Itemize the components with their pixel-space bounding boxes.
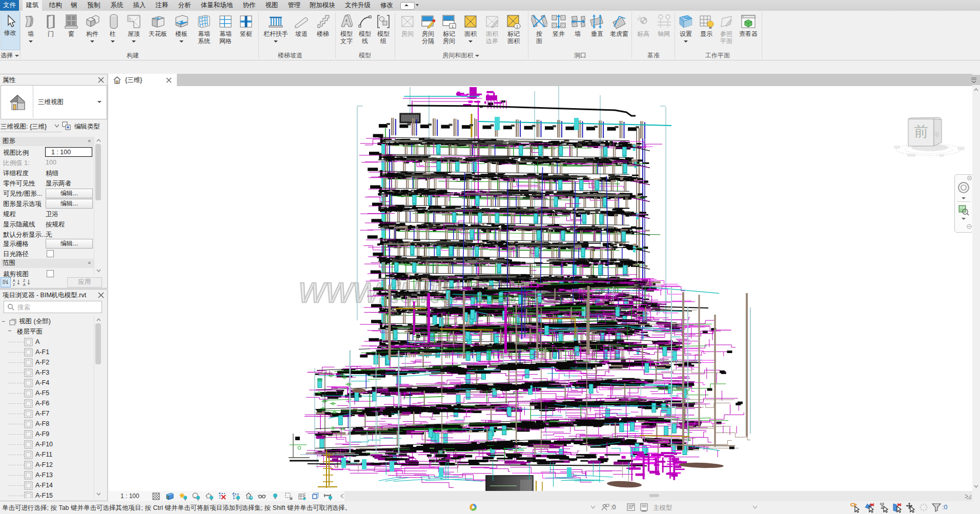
svg-text:Z: Z bbox=[13, 283, 15, 286]
svg-text:前: 前 bbox=[914, 124, 928, 139]
svg-text:A: A bbox=[13, 279, 15, 282]
svg-text:1: 1 bbox=[452, 24, 454, 29]
svg-text:Z: Z bbox=[23, 279, 26, 282]
svg-text:A: A bbox=[23, 283, 26, 286]
svg-text:左: 左 bbox=[932, 131, 940, 138]
svg-text:.1: .1 bbox=[638, 15, 641, 18]
svg-text:1: 1 bbox=[516, 24, 519, 29]
